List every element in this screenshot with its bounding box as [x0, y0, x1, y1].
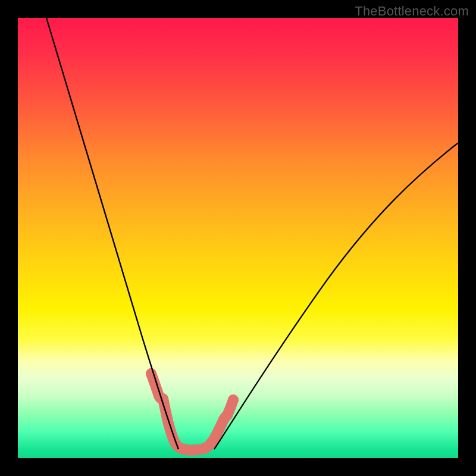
- curve-layer: [18, 18, 458, 458]
- marker-dot: [228, 394, 239, 405]
- plot-area: [18, 18, 458, 458]
- marker-dot: [211, 430, 221, 441]
- chart-frame: TheBottleneck.com: [0, 0, 476, 476]
- marker-dot: [218, 414, 229, 425]
- right-curve: [214, 143, 458, 449]
- watermark-text: TheBottleneck.com: [355, 4, 469, 19]
